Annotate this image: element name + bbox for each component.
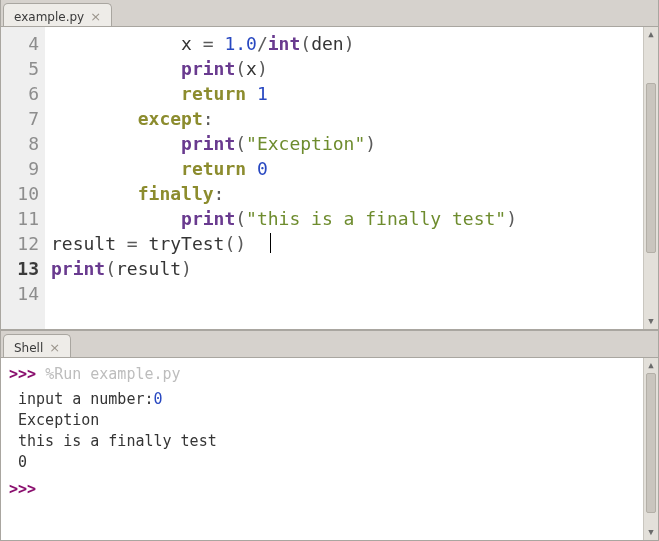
shell-content: >>> %Run example.py input a number:0 Exc…: [1, 357, 658, 540]
editor-panel: example.py × 4567891011121314 x = 1.0/in…: [0, 0, 659, 330]
shell-text: this is a finally test: [18, 432, 217, 450]
shell-tabbar: Shell ×: [1, 331, 658, 357]
code-line[interactable]: print("Exception"): [51, 131, 643, 156]
code-token: ): [365, 133, 376, 154]
code-line[interactable]: except:: [51, 106, 643, 131]
code-token: return: [181, 158, 246, 179]
shell-prompt: >>>: [9, 480, 45, 498]
shell-scrollbar[interactable]: ▲ ▼: [643, 358, 658, 540]
code-token: return: [181, 83, 246, 104]
code-token: ): [257, 58, 268, 79]
shell-text: Exception: [18, 411, 99, 429]
code-token: "this is a finally test": [246, 208, 506, 229]
code-token: [51, 208, 181, 229]
code-token: int: [268, 33, 301, 54]
code-line[interactable]: return 1: [51, 81, 643, 106]
code-token: print: [181, 208, 235, 229]
shell-output-line: 0: [9, 452, 635, 473]
code-token: x: [181, 33, 192, 54]
code-token: ): [344, 33, 355, 54]
close-icon[interactable]: ×: [90, 10, 101, 23]
line-number: 14: [1, 281, 45, 306]
code-token: (: [235, 58, 246, 79]
code-token: [51, 183, 138, 204]
shell-run-command: %Run example.py: [45, 365, 180, 383]
code-line[interactable]: print(result): [51, 256, 643, 281]
scroll-down-icon[interactable]: ▼: [644, 525, 658, 540]
shell-prompt: >>>: [9, 365, 45, 383]
shell-output-line: this is a finally test: [9, 431, 635, 452]
code-token: [51, 58, 181, 79]
code-token: print: [51, 258, 105, 279]
code-token: [51, 33, 181, 54]
code-token: =: [192, 33, 225, 54]
code-token: (: [235, 133, 246, 154]
editor-tab-label: example.py: [14, 10, 84, 24]
code-token: ): [181, 258, 192, 279]
shell-text: 0: [18, 453, 27, 471]
code-token: [51, 158, 181, 179]
text-cursor: [270, 233, 271, 253]
shell-panel: Shell × >>> %Run example.py input a numb…: [0, 330, 659, 541]
line-number-gutter: 4567891011121314: [1, 27, 45, 329]
line-number: 9: [1, 156, 45, 181]
scroll-thumb[interactable]: [646, 83, 656, 253]
editor-content: 4567891011121314 x = 1.0/int(den) print(…: [1, 26, 658, 329]
editor-scrollbar[interactable]: ▲ ▼: [643, 27, 658, 329]
code-line[interactable]: print("this is a finally test"): [51, 206, 643, 231]
code-token: /: [257, 33, 268, 54]
code-token: den: [311, 33, 344, 54]
shell-line[interactable]: >>>: [9, 479, 635, 500]
line-number: 6: [1, 81, 45, 106]
code-token: (: [300, 33, 311, 54]
scroll-thumb[interactable]: [646, 373, 656, 513]
code-token: result: [51, 233, 116, 254]
shell-output[interactable]: >>> %Run example.py input a number:0 Exc…: [1, 358, 643, 540]
code-token: tryTest: [149, 233, 225, 254]
shell-tab[interactable]: Shell ×: [3, 334, 71, 358]
code-token: "Exception": [246, 133, 365, 154]
code-token: result: [116, 258, 181, 279]
code-token: :: [203, 108, 214, 129]
code-token: (: [105, 258, 116, 279]
line-number: 5: [1, 56, 45, 81]
shell-text: input a number:: [18, 390, 153, 408]
code-line[interactable]: print(x): [51, 56, 643, 81]
code-token: print: [181, 133, 235, 154]
line-number: 11: [1, 206, 45, 231]
code-token: (: [235, 208, 246, 229]
line-number: 7: [1, 106, 45, 131]
code-line[interactable]: return 0: [51, 156, 643, 181]
shell-output-line: input a number:0: [9, 389, 635, 410]
code-token: except: [138, 108, 203, 129]
code-token: [246, 158, 257, 179]
shell-line: >>> %Run example.py: [9, 364, 635, 385]
code-token: 1: [257, 83, 268, 104]
code-token: ): [506, 208, 517, 229]
shell-output-line: Exception: [9, 410, 635, 431]
line-number: 13: [1, 256, 45, 281]
scroll-up-icon[interactable]: ▲: [644, 358, 658, 373]
line-number: 4: [1, 31, 45, 56]
code-line[interactable]: finally:: [51, 181, 643, 206]
close-icon[interactable]: ×: [49, 341, 60, 354]
code-line[interactable]: result = tryTest(): [51, 231, 643, 256]
editor-tab[interactable]: example.py ×: [3, 3, 112, 27]
scroll-down-icon[interactable]: ▼: [644, 314, 658, 329]
line-number: 10: [1, 181, 45, 206]
code-token: 0: [257, 158, 268, 179]
editor-tabbar: example.py ×: [1, 0, 658, 26]
code-token: print: [181, 58, 235, 79]
code-line[interactable]: x = 1.0/int(den): [51, 31, 643, 56]
code-token: [246, 83, 257, 104]
code-area[interactable]: x = 1.0/int(den) print(x) return 1 excep…: [45, 27, 643, 329]
code-token: [51, 133, 181, 154]
scroll-up-icon[interactable]: ▲: [644, 27, 658, 42]
code-token: (): [224, 233, 267, 254]
code-token: :: [214, 183, 225, 204]
line-number: 12: [1, 231, 45, 256]
code-token: [51, 83, 181, 104]
shell-tab-label: Shell: [14, 341, 43, 355]
code-token: [51, 108, 138, 129]
code-token: =: [116, 233, 149, 254]
